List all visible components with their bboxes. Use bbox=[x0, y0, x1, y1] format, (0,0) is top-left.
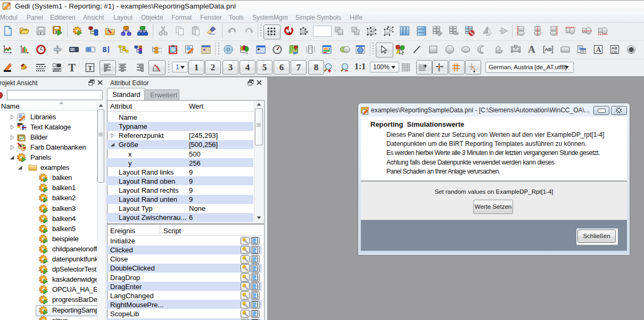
svg-text:A: A bbox=[528, 44, 535, 55]
svg-text:8: 8 bbox=[102, 46, 107, 55]
svg-text:T: T bbox=[69, 62, 76, 73]
svg-text:CD: CD bbox=[612, 50, 617, 54]
svg-text:AB: AB bbox=[544, 46, 552, 52]
svg-text:T: T bbox=[88, 64, 93, 72]
svg-text:A: A bbox=[596, 46, 602, 54]
